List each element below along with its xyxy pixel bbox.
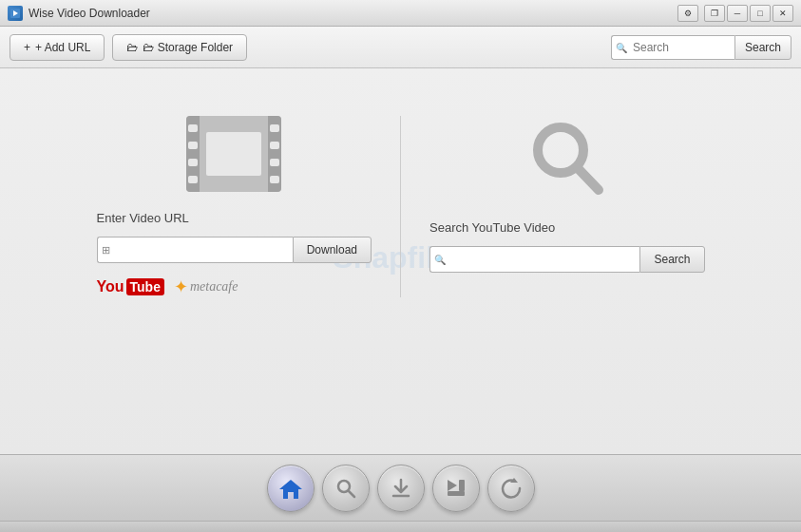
film-icon bbox=[186, 116, 281, 192]
youtube-search-input[interactable] bbox=[429, 246, 639, 273]
download-panel-label: Enter Video URL bbox=[97, 211, 189, 225]
toolbar-search: Search bbox=[611, 35, 791, 60]
film-hole bbox=[188, 176, 198, 183]
film-hole bbox=[188, 124, 198, 132]
film-screen bbox=[206, 132, 261, 176]
film-hole bbox=[270, 142, 279, 149]
storage-folder-label: 🗁 Storage Folder bbox=[143, 41, 233, 54]
youtube-tube: Tube bbox=[126, 278, 164, 295]
search-panel-label: Search YouTube Video bbox=[429, 220, 555, 235]
url-input-row: ⊞ Download bbox=[97, 237, 372, 263]
svg-rect-9 bbox=[459, 480, 465, 491]
toolbar: + + Add URL 🗁 🗁 Storage Folder Search bbox=[0, 27, 801, 68]
film-strip-right bbox=[268, 116, 281, 192]
nav-home-button[interactable] bbox=[267, 465, 315, 512]
film-strip-left bbox=[186, 116, 200, 192]
main-content: Snapfiles Enter Video URL bbox=[0, 68, 801, 454]
metacafe-text: metacafe bbox=[190, 279, 238, 294]
film-hole bbox=[188, 142, 198, 149]
close-button[interactable]: ✕ bbox=[772, 5, 793, 22]
title-bar: Wise Video Downloader ⚙ ❐ ─ □ ✕ bbox=[0, 0, 801, 27]
window-controls: ❐ ─ □ ✕ bbox=[704, 5, 793, 22]
minimize-button[interactable]: ─ bbox=[727, 5, 748, 22]
nav-search-button[interactable] bbox=[322, 465, 370, 512]
toolbar-search-input[interactable] bbox=[611, 35, 734, 60]
film-hole bbox=[188, 159, 198, 166]
panels: Enter Video URL ⊞ Download YouTube ✦ met… bbox=[68, 97, 734, 316]
logos-row: YouTube ✦ metacafe bbox=[97, 276, 238, 297]
app-icon bbox=[8, 6, 23, 21]
folder-icon: 🗁 bbox=[126, 41, 138, 54]
search-panel: Search YouTube Video Search bbox=[401, 97, 734, 316]
svg-line-6 bbox=[349, 491, 354, 497]
restore-button[interactable]: ❐ bbox=[704, 5, 725, 22]
metacafe-logo: ✦ metacafe bbox=[174, 276, 238, 297]
youtube-logo: YouTube bbox=[97, 278, 164, 295]
toolbar-search-button[interactable]: Search bbox=[734, 35, 791, 60]
settings-button[interactable]: ⚙ bbox=[677, 5, 698, 22]
download-panel: Enter Video URL ⊞ Download YouTube ✦ met… bbox=[68, 97, 401, 316]
search-icon-large bbox=[524, 116, 610, 201]
metacafe-bird-icon: ✦ bbox=[174, 276, 188, 297]
url-input-icon: ⊞ bbox=[102, 244, 110, 256]
nav-refresh-button[interactable] bbox=[487, 465, 535, 512]
svg-marker-4 bbox=[279, 480, 302, 499]
maximize-button[interactable]: □ bbox=[750, 5, 771, 22]
window-title: Wise Video Downloader bbox=[29, 7, 677, 20]
nav-download-button[interactable] bbox=[377, 465, 425, 512]
film-hole bbox=[270, 159, 279, 166]
plus-icon: + bbox=[24, 41, 30, 54]
svg-rect-8 bbox=[448, 491, 465, 496]
add-url-label: + Add URL bbox=[35, 41, 90, 54]
storage-folder-button[interactable]: 🗁 🗁 Storage Folder bbox=[112, 34, 247, 61]
add-url-button[interactable]: + + Add URL bbox=[10, 34, 105, 61]
youtube-search-button[interactable]: Search bbox=[639, 246, 704, 273]
url-input[interactable] bbox=[97, 237, 293, 263]
film-hole bbox=[270, 124, 279, 132]
download-button[interactable]: Download bbox=[293, 237, 372, 263]
nav-library-button[interactable] bbox=[432, 465, 480, 512]
svg-line-3 bbox=[578, 168, 599, 190]
film-hole bbox=[270, 176, 279, 183]
youtube-you: You bbox=[97, 278, 124, 295]
scrollbar-area[interactable] bbox=[0, 521, 801, 532]
bottom-nav bbox=[0, 454, 801, 521]
search-input-row: Search bbox=[429, 246, 705, 273]
